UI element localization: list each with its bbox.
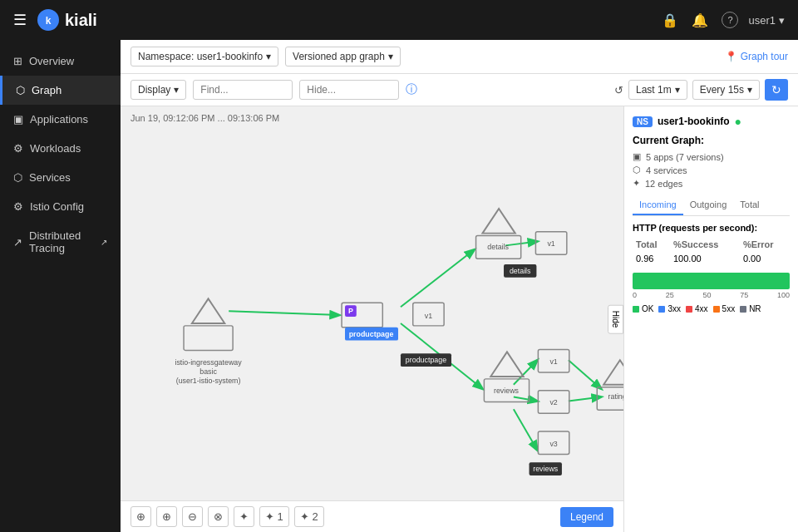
bell-icon[interactable]: 🔔 (692, 12, 708, 28)
edges-icon: ✦ (633, 178, 640, 189)
http-table: Total %Success %Error 0.96 100.00 0.00 (633, 238, 790, 266)
cell-error: 0.00 (740, 251, 790, 266)
tab-outgoing[interactable]: Outgoing (683, 195, 734, 215)
svg-line-9 (569, 397, 601, 401)
find-input[interactable] (193, 80, 293, 100)
svg-marker-24 (603, 360, 623, 385)
svg-line-8 (514, 409, 538, 450)
sidebar-item-label: Distributed Tracing (29, 229, 94, 254)
layout1-button[interactable]: ✦ 1 (259, 506, 289, 527)
col-total: Total (633, 238, 670, 251)
graph-type-label: Versioned app graph (293, 51, 385, 62)
svg-text:v3: v3 (549, 440, 557, 448)
services-icon: ⬡ (633, 165, 641, 175)
table-row: 0.96 100.00 0.00 (633, 251, 790, 266)
graph-icon: ⬡ (16, 84, 25, 96)
sidebar-item-label: Overview (29, 55, 74, 67)
sidebar-item-distributed-tracing[interactable]: ↗ Distributed Tracing ↗ (0, 221, 121, 263)
svg-text:v1: v1 (547, 239, 554, 248)
graph-canvas[interactable]: Jun 19, 09:12:06 PM ... 09:13:06 PM (121, 106, 623, 532)
svg-text:ratings: ratings (608, 392, 623, 401)
tab-incoming[interactable]: Incoming (633, 195, 683, 215)
col-error: %Error (740, 238, 790, 251)
history-icon: ↺ (614, 84, 623, 96)
sidebar-item-services[interactable]: ⬡ Services (0, 163, 121, 192)
hamburger-icon[interactable]: ☰ (13, 11, 27, 29)
legend-4xx-label: 4xx (695, 304, 708, 313)
toolbar-row2: Display ▾ ⓘ ↺ Last 1m ▾ Every 15s ▾ ↻ (121, 74, 798, 106)
external-link-icon: ↗ (101, 238, 107, 247)
sidebar-item-graph[interactable]: ⬡ Graph (0, 76, 121, 105)
display-dropdown[interactable]: Display ▾ (131, 80, 186, 100)
tour-link-icon: 📍 (725, 51, 737, 62)
svg-text:k: k (46, 15, 52, 27)
apps-stat: ▣ 5 apps (7 versions) (633, 151, 790, 162)
chart-axis: 0 25 50 75 100 (633, 291, 790, 299)
namespace-dropdown[interactable]: Namespace: user1-bookinfo ▾ (131, 47, 278, 66)
last-time-label: Last 1m (636, 84, 672, 96)
last-time-dropdown[interactable]: Last 1m ▾ (628, 80, 687, 100)
graph-type-dropdown[interactable]: Versioned app graph ▾ (285, 47, 401, 66)
sidebar-item-applications[interactable]: ▣ Applications (0, 105, 121, 134)
svg-line-7 (514, 397, 538, 401)
sidebar-item-label: Istio Config (30, 200, 84, 213)
chart-container: 0 25 50 75 100 (633, 273, 790, 299)
legend-3xx: 3xx (658, 304, 681, 313)
graph-tour-link[interactable]: 📍 Graph tour (725, 51, 788, 62)
svg-text:v1: v1 (549, 357, 557, 366)
svg-text:reviews: reviews (533, 465, 559, 473)
cell-success: 100.00 (670, 251, 740, 266)
legend-4xx: 4xx (686, 304, 708, 313)
services-icon: ⬡ (13, 171, 22, 184)
apps-label: 5 apps (7 versions) (646, 152, 724, 162)
svg-marker-12 (192, 298, 224, 323)
svg-text:v2: v2 (549, 398, 557, 406)
refresh-button[interactable]: ↻ (765, 79, 788, 101)
sidebar-item-istio-config[interactable]: ⚙ Istio Config (0, 192, 121, 221)
graph-bottom-toolbar: ⊕ ⊕ ⊖ ⊗ ✦ ✦ 1 ✦ 2 Legend (121, 500, 623, 532)
tab-total[interactable]: Total (733, 195, 766, 215)
refresh-interval-label: Every 15s (700, 84, 744, 96)
zoom-in-button[interactable]: ⊕ (156, 506, 177, 527)
col-success: %Success (670, 238, 740, 251)
ns-badge: NS (633, 116, 653, 127)
svg-text:details: details (510, 267, 531, 275)
layout-auto-button[interactable]: ✦ (234, 506, 254, 527)
legend-3xx-label: 3xx (667, 304, 681, 313)
sidebar-item-label: Workloads (30, 142, 81, 155)
layout2-button[interactable]: ✦ 2 (294, 506, 324, 527)
sidebar-item-workloads[interactable]: ⚙ Workloads (0, 134, 121, 163)
svg-line-3 (401, 249, 475, 307)
svg-text:details: details (487, 243, 509, 251)
svg-text:productpage: productpage (349, 330, 394, 338)
apps-icon: ▣ (633, 151, 641, 162)
right-panel: NS user1-bookinfo ● Current Graph: ▣ 5 a… (623, 106, 798, 532)
svg-line-2 (229, 311, 339, 315)
legend-nr-label: NR (749, 304, 761, 313)
legend-nr: NR (740, 304, 761, 313)
user-menu[interactable]: user1 ▾ (748, 14, 785, 27)
user-chevron-icon: ▾ (779, 14, 785, 27)
legend-button[interactable]: Legend (560, 507, 613, 527)
chart-bar (633, 273, 790, 289)
edges-stat: ✦ 12 edges (633, 178, 790, 189)
chart-bar-ok (633, 273, 790, 289)
svg-text:reviews: reviews (494, 387, 520, 395)
refresh-interval-dropdown[interactable]: Every 15s ▾ (692, 80, 760, 100)
reset-button[interactable]: ⊗ (208, 506, 229, 527)
graph-area: Jun 19, 09:12:06 PM ... 09:13:06 PM (121, 106, 798, 532)
legend-5xx: 5xx (713, 304, 736, 313)
fit-button[interactable]: ⊕ (131, 506, 151, 527)
svg-line-10 (569, 360, 601, 388)
tour-link-label: Graph tour (741, 51, 788, 62)
zoom-out-button[interactable]: ⊖ (182, 506, 203, 527)
sidebar-item-overview[interactable]: ⊞ Overview (0, 47, 121, 76)
svg-text:basic: basic (200, 367, 217, 376)
svg-rect-13 (184, 326, 233, 351)
hide-panel-button[interactable]: Hide (608, 305, 623, 334)
help-icon[interactable]: ? (722, 12, 738, 28)
svg-marker-16 (482, 209, 515, 234)
hide-input[interactable] (299, 80, 399, 100)
info-icon: ⓘ (406, 82, 417, 97)
app-title: kiali (65, 11, 97, 30)
